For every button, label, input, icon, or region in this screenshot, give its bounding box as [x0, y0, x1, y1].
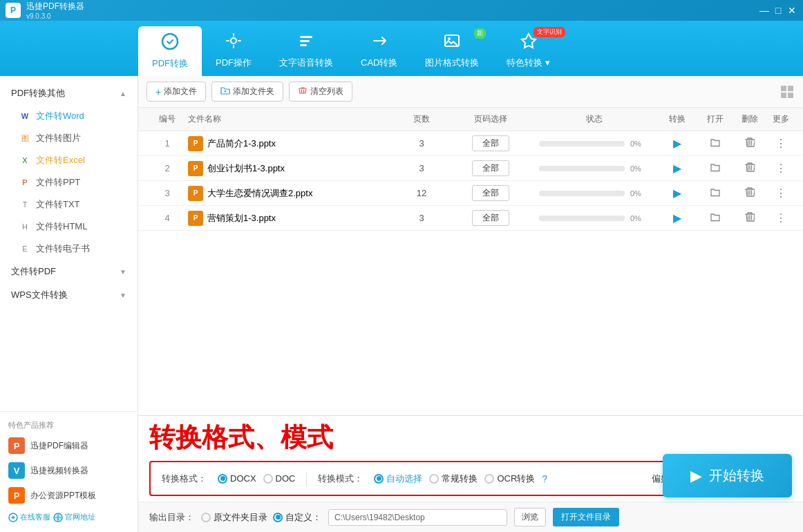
mode-auto-option[interactable]: 自动选择 [374, 473, 422, 485]
add-folder-button[interactable]: 添加文件夹 [211, 82, 283, 102]
start-label: 开始转换 [709, 466, 764, 485]
play-button-2[interactable]: ▶ [673, 162, 681, 175]
sidebar-item-to-word[interactable]: W 文件转Word [0, 105, 138, 127]
start-convert-button[interactable]: ▶ 开始转换 [663, 454, 792, 497]
sidebar-item-to-excel[interactable]: X 文件转Excel [0, 149, 138, 171]
new-badge: 新 [474, 28, 486, 39]
sidebar-item-to-ebook[interactable]: E 文件转电子书 [0, 238, 138, 260]
delete-button-1[interactable] [745, 137, 755, 150]
add-file-button[interactable]: + 添加文件 [147, 82, 206, 102]
page-select-btn-4[interactable]: 全部 [472, 210, 509, 226]
row-page-select-4: 全部 [449, 210, 532, 226]
row-name-2: P 创业计划书1-3.pptx [188, 161, 394, 176]
sidebar-section-wps[interactable]: WPS文件转换 ▼ [0, 283, 138, 307]
radio-auto [374, 474, 384, 484]
row-page-select-1: 全部 [449, 135, 532, 151]
table-row: 2 P 创业计划书1-3.pptx 3 全部 0% [138, 156, 803, 181]
nav-text-speech-label: 文字语音转换 [279, 57, 333, 69]
file-table: 编号 文件名称 页数 页码选择 状态 转换 打开 删除 更多 1 P 产品简介1… [138, 108, 803, 415]
header-name: 文件名称 [188, 113, 394, 125]
more-button-4[interactable]: ⋮ [767, 211, 795, 225]
svg-rect-2 [300, 36, 312, 38]
radio-original [201, 513, 211, 522]
output-original-label: 原文件夹目录 [214, 511, 267, 524]
sidebar-section-file-to-pdf[interactable]: 文件转PDF ▼ [0, 260, 138, 283]
sidebar-item-to-ppt[interactable]: P 文件转PPT [0, 171, 138, 193]
maximize-button[interactable]: □ [773, 5, 784, 16]
clear-list-button[interactable]: 清空列表 [289, 82, 352, 102]
nav-text-speech[interactable]: 文字语音转换 [265, 24, 347, 76]
output-custom-option[interactable]: 自定义： [273, 511, 321, 524]
format-docx-option[interactable]: DOCX [218, 473, 256, 484]
open-button-3[interactable] [710, 187, 721, 200]
website-link[interactable]: 官网地址 [53, 512, 95, 522]
mode-ocr-option[interactable]: OCR转换 [484, 473, 535, 485]
row-open-2 [698, 162, 733, 175]
help-icon[interactable]: ? [542, 473, 547, 484]
more-button-1[interactable]: ⋮ [767, 137, 795, 150]
progress-bg-4 [539, 216, 625, 221]
sidebar-section-pdf-other[interactable]: PDF转换其他 ▲ [0, 82, 138, 105]
play-button-3[interactable]: ▶ [673, 187, 681, 200]
row-delete-4 [733, 211, 767, 225]
clear-list-icon [298, 86, 308, 97]
page-select-btn-3[interactable]: 全部 [472, 185, 509, 201]
add-file-label: 添加文件 [164, 86, 197, 97]
more-button-3[interactable]: ⋮ [767, 187, 795, 200]
delete-button-4[interactable] [745, 211, 755, 225]
page-select-btn-1[interactable]: 全部 [472, 135, 509, 151]
sidebar-section-file-to-pdf-label: 文件转PDF [11, 265, 56, 278]
mode-normal-option[interactable]: 常规转换 [429, 473, 478, 485]
txt-icon: T [19, 199, 30, 210]
sidebar-item-to-txt[interactable]: T 文件转TXT [0, 193, 138, 216]
row-pages-2: 3 [394, 163, 449, 173]
nav-image-convert[interactable]: 新 图片格式转换 [411, 24, 493, 76]
grid-view-button[interactable] [780, 84, 795, 99]
delete-button-2[interactable] [745, 162, 755, 175]
nav-cad-convert[interactable]: CAD转换 [347, 24, 411, 76]
sidebar-item-to-image[interactable]: 图 文件转图片 [0, 127, 138, 149]
table-row: 3 P 大学生恋爱情况调查2.pptx 12 全部 0% [138, 181, 803, 206]
pdf-convert-icon [161, 32, 179, 55]
row-name-3: P 大学生恋爱情况调查2.pptx [188, 186, 394, 201]
radio-ocr [484, 474, 494, 484]
product-ppt-template[interactable]: P 办公资源PPT模板 [0, 483, 138, 508]
output-original-option[interactable]: 原文件夹目录 [201, 511, 267, 524]
close-button[interactable]: ✕ [786, 5, 797, 16]
sidebar-item-to-html[interactable]: H 文件转HTML [0, 216, 138, 238]
row-pages-4: 3 [394, 213, 449, 223]
mode-radio-group: 自动选择 常规转换 OCR转换 ? [374, 473, 547, 485]
app-logo: P [6, 3, 21, 18]
nav-pdf-operate[interactable]: PDF操作 [202, 24, 265, 76]
play-button-4[interactable]: ▶ [673, 211, 681, 225]
header-status: 状态 [532, 113, 656, 125]
browse-button[interactable]: 浏览 [514, 508, 546, 526]
delete-button-3[interactable] [745, 187, 755, 200]
word-icon: W [19, 111, 30, 122]
nav-special-convert[interactable]: 文字识别 特色转换 ▾ [493, 24, 564, 76]
output-path-input[interactable] [328, 509, 507, 526]
minimize-button[interactable]: — [759, 5, 770, 16]
row-status-2: 0% [532, 164, 656, 173]
ebook-icon: E [19, 243, 30, 254]
ppt-template-label: 办公资源PPT模板 [30, 490, 96, 502]
product-video-converter[interactable]: V 迅捷视频转换器 [0, 458, 138, 483]
play-button-1[interactable]: ▶ [673, 137, 681, 150]
row-convert-3: ▶ [656, 187, 698, 200]
mode-normal-label: 常规转换 [442, 473, 478, 485]
page-select-btn-2[interactable]: 全部 [472, 160, 509, 176]
nav-pdf-convert[interactable]: PDF转换 [138, 26, 202, 76]
open-button-4[interactable] [710, 211, 721, 225]
nav-bar: PDF转换 PDF操作 文字语音转换 CAD转换 新 图片格式转换 [0, 21, 803, 76]
product-pdf-editor[interactable]: P 迅捷PDF编辑器 [0, 433, 138, 458]
online-service-link[interactable]: 在线客服 [8, 512, 50, 522]
more-button-2[interactable]: ⋮ [767, 162, 795, 175]
file-badge-2: P [188, 161, 203, 176]
open-button-1[interactable] [710, 137, 721, 150]
add-file-icon: + [155, 86, 161, 97]
open-button-2[interactable] [710, 162, 721, 175]
format-doc-option[interactable]: DOC [263, 473, 296, 484]
row-pages-1: 3 [394, 138, 449, 149]
sidebar-item-to-txt-label: 文件转TXT [36, 198, 80, 211]
open-dir-button[interactable]: 打开文件目录 [553, 508, 619, 526]
